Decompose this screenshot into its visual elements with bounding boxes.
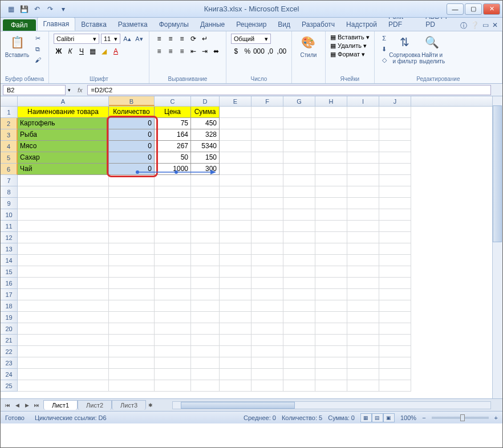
tab-layout[interactable]: Разметка	[112, 18, 153, 31]
currency-icon[interactable]: $	[231, 46, 241, 56]
cell[interactable]	[379, 266, 411, 278]
cell[interactable]	[283, 243, 315, 255]
cell[interactable]	[109, 232, 155, 243]
cell[interactable]	[252, 312, 283, 323]
row-header[interactable]: 13	[1, 243, 18, 255]
col-header-C[interactable]: C	[155, 96, 191, 106]
font-name-select[interactable]: Calibri▾	[54, 34, 99, 44]
align-center-icon[interactable]: ≡	[165, 46, 176, 56]
cell[interactable]	[252, 300, 283, 312]
maximize-button[interactable]: ▢	[465, 3, 482, 15]
cell[interactable]	[379, 198, 411, 209]
sheet-nav-last-icon[interactable]: ⏭	[32, 401, 41, 410]
cell[interactable]	[155, 209, 191, 221]
col-header-E[interactable]: E	[220, 96, 252, 106]
cell[interactable]	[315, 289, 347, 300]
cell[interactable]	[191, 380, 220, 392]
cell[interactable]	[347, 221, 379, 232]
cell[interactable]	[155, 243, 191, 255]
cell[interactable]	[18, 221, 109, 232]
cell[interactable]	[315, 118, 347, 129]
cell[interactable]	[315, 369, 347, 380]
cell[interactable]	[283, 255, 315, 266]
cell[interactable]	[220, 312, 252, 323]
cell[interactable]	[109, 266, 155, 278]
cell[interactable]	[220, 129, 252, 141]
sort-filter-button[interactable]: ⇅ Сортировка и фильтр	[393, 34, 417, 64]
cell[interactable]	[283, 164, 315, 175]
cell[interactable]	[315, 346, 347, 357]
tab-home[interactable]: Главная	[37, 17, 76, 31]
cell[interactable]	[347, 300, 379, 312]
cell[interactable]	[252, 209, 283, 221]
cell-sum[interactable]: 5340	[191, 141, 220, 152]
cell[interactable]	[191, 255, 220, 266]
ribbon-close-icon[interactable]: ✕	[492, 21, 498, 31]
cell[interactable]	[220, 357, 252, 369]
zoom-slider[interactable]	[432, 417, 489, 419]
cell[interactable]	[18, 323, 109, 335]
row-header[interactable]: 19	[1, 312, 18, 323]
cell[interactable]	[191, 221, 220, 232]
cell[interactable]	[347, 232, 379, 243]
row-header[interactable]: 5	[1, 152, 18, 164]
tab-formulas[interactable]: Формулы	[153, 18, 194, 31]
cell[interactable]	[315, 243, 347, 255]
cell[interactable]	[347, 255, 379, 266]
cell[interactable]	[315, 209, 347, 221]
align-right-icon[interactable]: ≡	[177, 46, 187, 56]
name-box-dropdown-icon[interactable]: ▾	[66, 87, 73, 93]
cell[interactable]	[109, 335, 155, 346]
cell[interactable]	[155, 278, 191, 289]
cell[interactable]	[379, 346, 411, 357]
cell[interactable]	[283, 107, 315, 118]
row-header[interactable]: 7	[1, 175, 18, 186]
cell[interactable]	[283, 278, 315, 289]
cell-qty[interactable]: 0	[109, 141, 155, 152]
cell-header-price[interactable]: Цена	[155, 107, 191, 118]
cell[interactable]	[252, 175, 283, 186]
decrease-decimal-icon[interactable]: ,00	[277, 46, 287, 56]
wrap-text-icon[interactable]: ↵	[200, 34, 210, 44]
cell[interactable]	[315, 335, 347, 346]
cell-header-sum[interactable]: Сумма	[191, 107, 220, 118]
cell[interactable]	[109, 369, 155, 380]
autosum-icon[interactable]: Σ	[379, 34, 390, 43]
cell[interactable]	[347, 152, 379, 164]
sheet-nav-first-icon[interactable]: ⏮	[3, 401, 12, 410]
cell[interactable]	[252, 221, 283, 232]
row-header[interactable]: 3	[1, 129, 18, 141]
cell[interactable]	[155, 335, 191, 346]
cell[interactable]	[109, 380, 155, 392]
cell[interactable]	[379, 118, 411, 129]
cell[interactable]	[18, 289, 109, 300]
cell[interactable]	[315, 323, 347, 335]
cell[interactable]	[379, 278, 411, 289]
percent-icon[interactable]: %	[242, 46, 253, 56]
sheet-nav-prev-icon[interactable]: ◀	[13, 401, 22, 410]
cell[interactable]	[315, 186, 347, 198]
cell-qty[interactable]: 0	[109, 164, 155, 175]
close-button[interactable]: ✕	[483, 3, 500, 15]
cell[interactable]	[315, 380, 347, 392]
cell[interactable]	[155, 369, 191, 380]
clear-icon[interactable]: ◇	[379, 55, 390, 64]
row-header[interactable]: 6	[1, 164, 18, 175]
tab-developer[interactable]: Разработч	[296, 18, 340, 31]
cell[interactable]	[283, 129, 315, 141]
sheet-tab-2[interactable]: Лист2	[78, 400, 112, 410]
cell[interactable]	[252, 369, 283, 380]
cell[interactable]	[252, 152, 283, 164]
cell[interactable]	[252, 289, 283, 300]
cell[interactable]	[155, 380, 191, 392]
cell[interactable]	[220, 243, 252, 255]
fx-icon[interactable]: fx	[78, 87, 83, 93]
vertical-scrollbar[interactable]	[492, 96, 502, 398]
cell[interactable]	[18, 209, 109, 221]
cell[interactable]	[252, 278, 283, 289]
align-middle-icon[interactable]: ≡	[165, 34, 176, 44]
cell[interactable]	[283, 312, 315, 323]
cell[interactable]	[220, 255, 252, 266]
cell[interactable]	[191, 312, 220, 323]
cell-qty[interactable]: 0	[109, 118, 155, 129]
